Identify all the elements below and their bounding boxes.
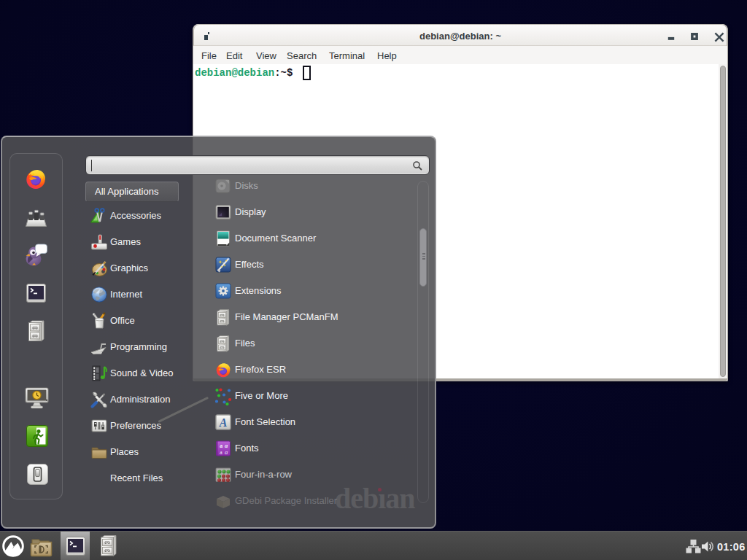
svg-text:A: A (219, 416, 228, 429)
svg-text:a: a (220, 448, 222, 456)
svg-text:a: a (225, 448, 228, 456)
